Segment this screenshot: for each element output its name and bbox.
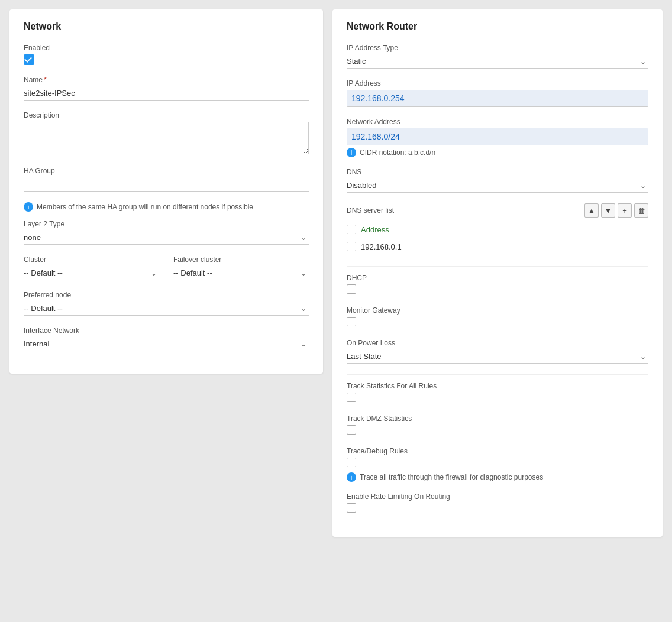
ha-info-icon: i: [24, 202, 33, 212]
dns-server-list-label: DNS server list: [347, 206, 394, 215]
dns-server-list-header: DNS server list ▲ ▼ + 🗑: [347, 203, 648, 218]
on-power-loss-label: On Power Loss: [347, 339, 648, 347]
description-textarea[interactable]: [24, 122, 309, 154]
cidr-info-icon: i: [347, 148, 356, 157]
network-address-label: Network Address: [347, 118, 648, 126]
dns-header-checkbox[interactable]: [347, 225, 356, 234]
cidr-note-text: CIDR notation: a.b.c.d/n: [360, 148, 435, 157]
preferred-node-select[interactable]: -- Default --: [24, 302, 309, 316]
cluster-row: Cluster -- Default -- ⌄ Failover cluster…: [24, 255, 309, 291]
dhcp-field: DHCP: [347, 274, 648, 296]
interface-network-label: Interface Network: [24, 326, 309, 335]
network-address-field: Network Address i CIDR notation: a.b.c.d…: [347, 118, 648, 157]
dns-address-header-label: Address: [361, 225, 389, 234]
trace-debug-info-icon: i: [347, 472, 356, 482]
interface-network-field: Interface Network Internal ⌄: [24, 326, 309, 351]
monitor-gateway-field: Monitor Gateway: [347, 306, 648, 328]
failover-label: Failover cluster: [173, 255, 309, 264]
interface-network-select-wrapper: Internal ⌄: [24, 337, 309, 351]
layer2-field: Layer 2 Type none ⌄: [24, 220, 309, 245]
dns-move-down-button[interactable]: ▼: [601, 203, 615, 218]
dns-delete-button[interactable]: 🗑: [634, 203, 648, 218]
ip-address-label: IP Address: [347, 79, 648, 88]
rate-limiting-label: Enable Rate Limiting On Routing: [347, 493, 648, 501]
dns-select-wrapper: Disabled ⌄: [347, 179, 648, 193]
dns-server-list-field: DNS server list ▲ ▼ + 🗑 Address 192.168.…: [347, 203, 648, 255]
description-field: Description: [24, 111, 309, 156]
dns-select[interactable]: Disabled: [347, 179, 648, 193]
trace-debug-field: Trace/Debug Rules i Trace all traffic th…: [347, 447, 648, 482]
ip-address-input[interactable]: [347, 90, 648, 107]
rate-limiting-field: Enable Rate Limiting On Routing: [347, 493, 648, 514]
rate-limiting-checkbox[interactable]: [347, 503, 356, 513]
interface-network-select[interactable]: Internal: [24, 337, 309, 351]
name-input[interactable]: [24, 86, 309, 101]
network-address-input[interactable]: [347, 128, 648, 145]
cluster-select-wrapper: -- Default -- ⌄: [24, 266, 159, 280]
dns-entry-row: 192.168.0.1: [347, 238, 648, 255]
ha-info-row: i Members of the same HA group will run …: [24, 202, 309, 212]
failover-select[interactable]: -- Default --: [173, 266, 309, 280]
trace-debug-note: Trace all traffic through the firewall f…: [360, 473, 543, 481]
preferred-node-field: Preferred node -- Default -- ⌄: [24, 291, 309, 316]
dns-label: DNS: [347, 168, 648, 176]
monitor-gateway-label: Monitor Gateway: [347, 306, 648, 315]
monitor-gateway-checkbox[interactable]: [347, 317, 356, 326]
cluster-label: Cluster: [24, 255, 159, 264]
failover-select-wrapper: -- Default -- ⌄: [173, 266, 309, 280]
dns-entry-value: 192.168.0.1: [361, 242, 402, 251]
enabled-label: Enabled: [24, 44, 309, 52]
dns-add-button[interactable]: +: [618, 203, 632, 218]
on-power-loss-select-wrapper: Last State ⌄: [347, 349, 648, 364]
dns-field: DNS Disabled ⌄: [347, 168, 648, 193]
failover-field: Failover cluster -- Default -- ⌄: [173, 255, 309, 280]
cluster-field: Cluster -- Default -- ⌄: [24, 255, 159, 280]
dhcp-checkbox[interactable]: [347, 284, 356, 294]
on-power-loss-field: On Power Loss Last State ⌄: [347, 339, 648, 364]
dns-header-row: Address: [347, 221, 648, 238]
track-stats-field: Track Statistics For All Rules: [347, 382, 648, 404]
layer2-select[interactable]: none: [24, 231, 309, 245]
name-label: Name*: [24, 76, 309, 84]
trace-debug-checkbox[interactable]: [347, 458, 356, 467]
enabled-checkbox[interactable]: [24, 54, 34, 65]
ip-address-field: IP Address: [347, 79, 648, 107]
network-panel-title: Network: [24, 21, 309, 32]
track-dmz-checkbox[interactable]: [347, 425, 356, 435]
dns-server-buttons: ▲ ▼ + 🗑: [584, 203, 648, 218]
name-field: Name*: [24, 76, 309, 101]
on-power-loss-select[interactable]: Last State: [347, 349, 648, 364]
ip-address-type-select[interactable]: Static: [347, 54, 648, 69]
ha-info-text: Members of the same HA group will run on…: [37, 203, 253, 211]
description-label: Description: [24, 111, 309, 119]
router-panel: Network Router IP Address Type Static ⌄ …: [332, 9, 663, 537]
name-required-star: *: [44, 76, 47, 84]
preferred-node-label: Preferred node: [24, 291, 309, 299]
layer2-select-wrapper: none ⌄: [24, 231, 309, 245]
track-dmz-label: Track DMZ Statistics: [347, 414, 648, 423]
layer2-label: Layer 2 Type: [24, 220, 309, 228]
dhcp-label: DHCP: [347, 274, 648, 282]
ip-address-type-select-wrapper: Static ⌄: [347, 54, 648, 69]
ha-group-label: HA Group: [24, 167, 309, 175]
router-panel-title: Network Router: [347, 21, 648, 32]
track-stats-label: Track Statistics For All Rules: [347, 382, 648, 390]
track-stats-checkbox[interactable]: [347, 393, 356, 402]
track-dmz-field: Track DMZ Statistics: [347, 414, 648, 436]
ip-address-type-label: IP Address Type: [347, 44, 648, 52]
preferred-node-select-wrapper: -- Default -- ⌄: [24, 302, 309, 316]
cluster-select[interactable]: -- Default --: [24, 266, 159, 280]
ip-address-type-field: IP Address Type Static ⌄: [347, 44, 648, 69]
ha-group-input[interactable]: [24, 177, 309, 192]
dns-move-up-button[interactable]: ▲: [584, 203, 599, 218]
network-panel: Network Enabled Name* Description HA Gro…: [9, 9, 323, 374]
ha-group-field: HA Group: [24, 167, 309, 192]
dns-entry-checkbox[interactable]: [347, 242, 356, 251]
trace-debug-label: Trace/Debug Rules: [347, 447, 648, 455]
enabled-field: Enabled: [24, 44, 309, 65]
